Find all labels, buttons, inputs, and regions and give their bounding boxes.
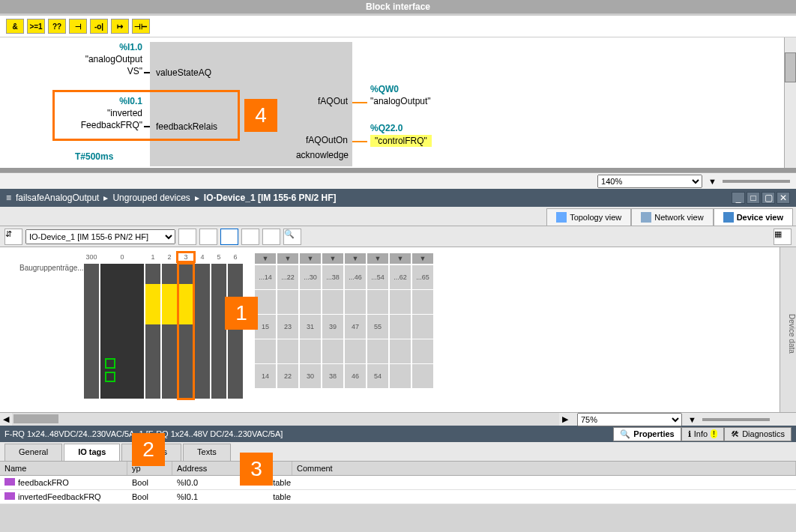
slot-expand[interactable]: ▼ xyxy=(322,253,343,264)
module-slot-3[interactable] xyxy=(178,264,193,399)
ladder-zoom-slider[interactable] xyxy=(723,180,790,183)
device-zoom-select[interactable]: 75% xyxy=(577,413,682,426)
col-name[interactable]: Name xyxy=(0,462,127,475)
callout-2: 2 xyxy=(132,433,165,466)
tab-properties[interactable]: 🔍Properties xyxy=(613,427,681,441)
ladder-zoom-select[interactable]: 140% xyxy=(597,175,702,188)
breadcrumb-icon[interactable]: ≡ xyxy=(6,193,11,203)
device-btn-5[interactable] xyxy=(262,229,280,245)
slot-expand[interactable]: ▼ xyxy=(412,253,433,264)
device-btn-4[interactable] xyxy=(241,229,259,245)
breadcrumb-c[interactable]: IO-Device_1 [IM 155-6 PN/2 HF] xyxy=(204,193,337,203)
slot-expand[interactable]: ▼ xyxy=(277,253,298,264)
device-btn-3[interactable] xyxy=(220,229,238,245)
device-select[interactable]: IO-Device_1 [IM 155-6 PN/2 HF] xyxy=(25,229,175,244)
out1-port: fAQOut xyxy=(309,96,348,106)
ladder-toolbar: & >=1 ?? ⊣ -o| ↦ ⊣⊢ xyxy=(0,13,796,37)
callout-4: 4 xyxy=(244,99,277,132)
minimize-icon[interactable]: _ xyxy=(732,192,745,204)
ladder-btn-contact[interactable]: ⊣ xyxy=(69,19,87,34)
ack-port: acknowledge xyxy=(289,150,349,160)
properties-icon: 🔍 xyxy=(620,429,630,439)
in2-address[interactable]: %I0.1 xyxy=(97,96,142,106)
chevron: ▸ xyxy=(195,193,199,203)
device-data-side-tab[interactable]: Device data xyxy=(780,247,796,412)
chevron: ▸ xyxy=(103,193,108,203)
diagnostics-icon: 🛠 xyxy=(731,429,739,438)
ladder-btn-coil[interactable]: ↦ xyxy=(111,19,129,34)
block-interface-title: Block interface xyxy=(0,0,796,13)
breadcrumb-a[interactable]: failsafeAnalogOutput xyxy=(16,193,99,203)
slot-expand[interactable]: ▼ xyxy=(255,253,276,264)
in2-name-line1: "inverted xyxy=(52,108,142,118)
col-address[interactable]: Address xyxy=(172,462,292,475)
module-slot-300[interactable] xyxy=(84,264,99,399)
zoom-fit-button[interactable]: 🔍 xyxy=(283,229,301,245)
ladder-editor[interactable]: %I1.0 "analogOutput VS" valueStateAQ %I0… xyxy=(0,37,796,172)
device-zoom-slider[interactable] xyxy=(702,418,770,421)
device-rack xyxy=(84,264,243,399)
module-slot-0[interactable] xyxy=(100,264,144,399)
tab-io-tags[interactable]: IO tags xyxy=(64,444,120,461)
close-icon[interactable]: ✕ xyxy=(777,192,790,204)
in2-name-line2: FeedbackFRQ" xyxy=(52,120,142,130)
ladder-vscroll[interactable] xyxy=(784,37,796,168)
view-tabs: Topology view Network view Device view xyxy=(0,207,796,226)
slot-expand[interactable]: ▼ xyxy=(345,253,366,264)
slot-expand[interactable]: ▼ xyxy=(367,253,388,264)
slot-headers: 300 0 1 2 3 4 5 6 xyxy=(84,253,243,261)
callout-1: 1 xyxy=(225,297,258,330)
device-btn-1[interactable] xyxy=(178,229,196,245)
restore-icon[interactable]: □ xyxy=(747,192,760,204)
ladder-btn-or[interactable]: >=1 xyxy=(27,19,45,34)
breadcrumb-b[interactable]: Ungrouped devices xyxy=(112,193,190,203)
device-side-button[interactable]: ▦ xyxy=(774,229,792,245)
tab-network-view[interactable]: Network view xyxy=(631,208,713,226)
tab-info[interactable]: ℹInfo! xyxy=(681,427,724,441)
wire xyxy=(144,126,150,127)
slot-data-grid: ...14...22...30...38...46...54...62...65… xyxy=(255,265,433,388)
tab-device-view[interactable]: Device view xyxy=(714,208,793,226)
slot-expand[interactable]: ▼ xyxy=(390,253,411,264)
out2-name: "controlFRQ" xyxy=(370,135,432,147)
ladder-btn-and[interactable]: & xyxy=(6,19,24,34)
device-nav-button[interactable]: ⇵ xyxy=(4,229,22,245)
timer-value: T#500ms xyxy=(75,151,113,162)
ladder-btn-neg[interactable]: -o| xyxy=(90,19,108,34)
slot-expand[interactable]: ▼ xyxy=(300,253,321,264)
table-row[interactable]: invertedFeedbackFRQ Bool %I0.1table xyxy=(0,490,796,504)
in1-address[interactable]: %I1.0 xyxy=(97,42,142,52)
device-icon xyxy=(723,212,734,223)
in1-port: valueStateAQ xyxy=(156,67,211,78)
tab-general[interactable]: General xyxy=(4,444,62,461)
network-icon xyxy=(641,212,651,223)
table-row[interactable]: feedbackFRO Bool %I0.0table xyxy=(0,476,796,490)
zoom-down-icon[interactable]: ▼ xyxy=(688,415,696,424)
module-slot-2[interactable] xyxy=(162,264,177,399)
module-slot-4[interactable] xyxy=(195,264,210,399)
ladder-btn-unknown[interactable]: ?? xyxy=(48,19,66,34)
ladder-btn-branch[interactable]: ⊣⊢ xyxy=(132,19,150,34)
maximize-icon[interactable]: ▢ xyxy=(762,192,775,204)
module-slot-6[interactable] xyxy=(228,264,243,399)
out1-name: "analogOutput" xyxy=(370,96,431,106)
in1-name-line1: "analogOutput xyxy=(52,54,142,64)
info-icon: ℹ xyxy=(688,429,691,439)
zoom-down-icon[interactable]: ▼ xyxy=(708,177,717,186)
wire xyxy=(144,72,150,73)
slot-expand-arrows: ▼ ▼ ▼ ▼ ▼ ▼ ▼ ▼ xyxy=(255,253,433,264)
device-view-canvas[interactable]: 300 0 1 2 3 4 5 6 Baugruppenträge... ▼ ▼… xyxy=(0,247,796,412)
wire xyxy=(352,141,367,142)
module-slot-5[interactable] xyxy=(211,264,226,399)
device-btn-2[interactable] xyxy=(199,229,217,245)
tab-diagnostics[interactable]: 🛠Diagnostics xyxy=(724,427,792,441)
device-hscroll[interactable]: ◀ ▶ 75% ▼ xyxy=(0,412,796,426)
module-slot-1[interactable] xyxy=(145,264,160,399)
in1-name-line2: VS" xyxy=(52,66,142,76)
callout-3: 3 xyxy=(240,453,273,486)
out2-address[interactable]: %Q22.0 xyxy=(370,123,402,133)
tab-texts[interactable]: Texts xyxy=(183,444,231,461)
col-comment[interactable]: Comment xyxy=(292,462,796,475)
out1-address[interactable]: %QW0 xyxy=(370,84,399,94)
tab-topology-view[interactable]: Topology view xyxy=(546,208,631,226)
